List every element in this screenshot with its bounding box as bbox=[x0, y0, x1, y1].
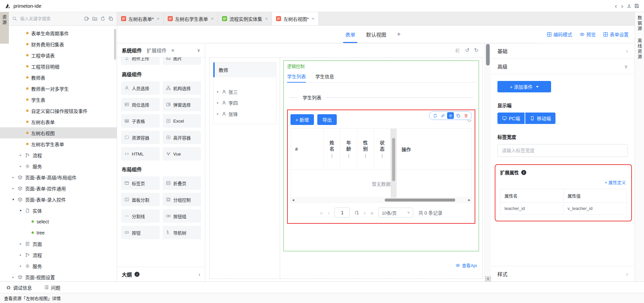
add-view-button[interactable]: + bbox=[397, 31, 400, 38]
scroll-thumb[interactable] bbox=[486, 44, 490, 66]
palette-item[interactable]: 折叠页 bbox=[163, 176, 201, 190]
tab-system-components[interactable]: 系统组件 bbox=[122, 47, 142, 54]
chevron-right-icon[interactable]: ▸ bbox=[19, 164, 22, 168]
first-page-button[interactable]: « bbox=[320, 210, 323, 215]
palette-item[interactable]: 人员选择 bbox=[121, 81, 160, 95]
sort-carets-icon[interactable]: ▲▼ bbox=[347, 154, 350, 158]
search-input[interactable] bbox=[20, 16, 81, 21]
scroll-left-icon[interactable]: ◀ bbox=[291, 198, 296, 202]
scroll-right-icon[interactable]: ▶ bbox=[467, 198, 472, 202]
outline-icon[interactable] bbox=[455, 48, 460, 53]
palette-item[interactable]: 子表格 bbox=[121, 114, 160, 128]
chevron-right-icon[interactable]: ▸ bbox=[11, 175, 15, 179]
redo-icon[interactable]: ↻ bbox=[474, 48, 479, 53]
doc-tab[interactable]: 流程实例实体集 × bbox=[218, 12, 272, 25]
view-api-link[interactable]: 查看Api bbox=[285, 262, 477, 268]
palette-item[interactable]: 岗位选择 bbox=[121, 98, 160, 111]
palette-item[interactable]: Excel bbox=[163, 114, 201, 128]
menu-icon[interactable]: ≡ bbox=[171, 48, 174, 53]
save-icon[interactable] bbox=[634, 3, 639, 8]
palette-item[interactable]: Vue bbox=[163, 147, 201, 161]
collapse-palette-icon[interactable]: ∨ bbox=[197, 48, 200, 53]
tree-item[interactable]: ▾页面-表单-录入控件 bbox=[0, 194, 117, 205]
palette-item[interactable]: 资源容器 bbox=[121, 131, 160, 144]
palette-item[interactable]: 弹窗选择 bbox=[163, 98, 201, 111]
tree-item[interactable]: ▸流程 bbox=[0, 149, 117, 161]
close-icon[interactable]: × bbox=[211, 16, 214, 21]
tree-item-selected[interactable]: 左树右视图 bbox=[0, 127, 117, 138]
add-event-button[interactable]: + 添加事件 bbox=[497, 81, 551, 92]
section-advanced[interactable]: 高级 ∨ bbox=[491, 59, 635, 74]
tree-item[interactable]: ▸流程 bbox=[0, 249, 117, 260]
column-header[interactable]: 操作 bbox=[396, 129, 472, 170]
page-number-input[interactable] bbox=[334, 208, 350, 218]
doc-tab[interactable]: 左树右表单* × bbox=[117, 12, 164, 25]
tree-item[interactable]: ▸页面-视图设置 bbox=[0, 271, 117, 282]
tree-item[interactable]: 左树右表单 bbox=[0, 116, 117, 127]
preview-button[interactable]: 预览 bbox=[580, 31, 596, 38]
tree-item[interactable]: select bbox=[0, 216, 117, 227]
tree-item[interactable]: 工程项目明细 bbox=[0, 61, 117, 72]
scroll-down-icon[interactable]: ▼ bbox=[485, 276, 491, 282]
tree-item[interactable]: 左树右学生表单 bbox=[0, 138, 117, 149]
palette-item[interactable]: 标签页 bbox=[121, 176, 160, 190]
tree-item[interactable]: 自定义窗口操作按钮及事件 bbox=[0, 105, 117, 116]
back-icon[interactable]: ‹ bbox=[614, 3, 618, 9]
mobile-button[interactable]: 移动端 bbox=[525, 113, 555, 124]
outline-bar[interactable]: 大纲 i › bbox=[117, 267, 205, 282]
column-header-sortable[interactable]: 年龄▲▼ bbox=[340, 129, 357, 170]
sort-carets-icon[interactable]: ▲▼ bbox=[331, 154, 333, 158]
resource-rail-tab[interactable]: 资源 bbox=[0, 12, 9, 44]
close-icon[interactable]: × bbox=[157, 16, 159, 21]
tree-item[interactable]: ▸页面-表单-高级/布局组件 bbox=[0, 172, 117, 183]
close-icon[interactable]: × bbox=[312, 16, 315, 21]
tree-item[interactable]: ▸服务 bbox=[0, 161, 117, 172]
gear-icon[interactable] bbox=[447, 112, 454, 119]
palette-item[interactable]: 按钮 bbox=[121, 226, 160, 239]
page-size-select[interactable]: 10条/页 bbox=[378, 208, 413, 218]
palette-item[interactable]: 按钮组 bbox=[163, 209, 201, 223]
section-basic[interactable]: 基础 › bbox=[491, 43, 635, 59]
chevron-right-icon[interactable]: ▸ bbox=[11, 275, 15, 279]
palette-item[interactable]: 图片 bbox=[163, 57, 201, 65]
tree-item[interactable]: 表单生命周期事件 bbox=[0, 28, 117, 39]
sort-carets-icon[interactable]: ▲▼ bbox=[364, 154, 367, 158]
chevron-down-icon[interactable]: ▾ bbox=[11, 198, 15, 201]
section-style[interactable]: 样式 › bbox=[491, 266, 635, 282]
palette-item[interactable]: 机构选择 bbox=[163, 81, 201, 95]
palette-item[interactable]: 分组控制 bbox=[163, 193, 201, 206]
palette-item[interactable]: HTML bbox=[121, 147, 160, 161]
teacher-tree-item[interactable]: ▸张三 bbox=[213, 86, 276, 97]
copy-icon[interactable] bbox=[455, 112, 462, 119]
table-row[interactable]: teacher_id v_teacher_id bbox=[500, 203, 626, 215]
offline-resource-rail-tab[interactable]: 离线资源 bbox=[636, 38, 643, 60]
column-header-sortable[interactable]: 状态▲▼ bbox=[374, 129, 391, 170]
tree-item[interactable]: 教师表一对多学生 bbox=[0, 83, 117, 94]
chevron-right-icon[interactable]: ▸ bbox=[19, 253, 22, 257]
trash-icon[interactable] bbox=[463, 112, 469, 119]
link-icon[interactable] bbox=[439, 112, 446, 119]
tree-item[interactable]: ▸页面 bbox=[0, 238, 117, 249]
tree-scrollbar[interactable] bbox=[114, 29, 116, 60]
label-width-input[interactable] bbox=[497, 144, 628, 157]
scroll-thumb[interactable] bbox=[385, 199, 455, 202]
chevron-down-icon[interactable]: ▾ bbox=[19, 209, 22, 212]
folder-plus-icon[interactable] bbox=[92, 16, 97, 21]
tree-item[interactable]: ▾实体 bbox=[0, 205, 117, 216]
prev-page-button[interactable]: ‹ bbox=[328, 210, 329, 215]
form-settings-button[interactable]: 表单设置 bbox=[603, 31, 629, 38]
chevron-right-icon[interactable]: ▸ bbox=[19, 242, 22, 246]
canvas-scrollbar[interactable]: ▼ bbox=[485, 43, 491, 282]
tab-extension-components[interactable]: 扩展组件 bbox=[147, 47, 167, 54]
undo-icon[interactable]: ↺ bbox=[465, 48, 469, 53]
tree-item[interactable]: 学生表 bbox=[0, 94, 117, 105]
sort-carets-icon[interactable]: ▲▼ bbox=[381, 154, 384, 158]
tree-item[interactable]: tree bbox=[0, 227, 117, 238]
chevron-right-icon[interactable]: ▸ bbox=[216, 90, 220, 93]
last-page-button[interactable]: » bbox=[371, 210, 373, 215]
grid-horizontal-scrollbar[interactable]: ◀ ▶ bbox=[291, 198, 472, 202]
pc-button[interactable]: PC端 bbox=[497, 113, 525, 124]
canvas-dropzone[interactable]: 教师 ▸张三 ▸李四 ▸张锋 逻辑控制 bbox=[209, 57, 483, 279]
tree-item[interactable]: 教师表 bbox=[0, 72, 117, 83]
grid-vertical-scrollbar[interactable] bbox=[391, 129, 396, 198]
